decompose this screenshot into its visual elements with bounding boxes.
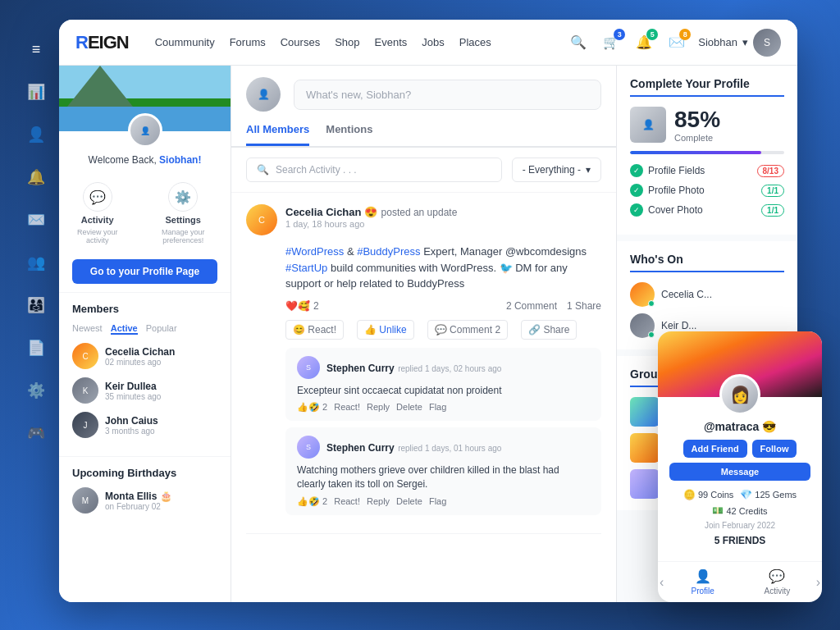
check-fields-label: ✓ Profile Fields: [630, 164, 705, 177]
post-author-avatar: C: [246, 204, 277, 235]
follow-button[interactable]: Follow: [752, 440, 797, 458]
search-placeholder: Search Activity . . .: [276, 164, 357, 176]
go-to-profile-button[interactable]: Go to your Profile Page: [72, 259, 217, 284]
nav-jobs[interactable]: Jobs: [422, 36, 444, 48]
reply-react-button[interactable]: React!: [334, 496, 360, 507]
sidebar-icon-family[interactable]: 👨‍👩‍👧: [23, 292, 49, 318]
online-name: Cecelia C...: [661, 289, 712, 300]
nav-shop[interactable]: Shop: [335, 36, 359, 48]
check-icon: ✓: [630, 184, 643, 197]
search-button[interactable]: 🔍: [567, 31, 590, 54]
post-meta: Cecelia Cichan 😍 posted an update 1 day,…: [285, 204, 601, 229]
nav-courses[interactable]: Courses: [281, 36, 320, 48]
sidebar-icon-chart2[interactable]: 📊: [23, 79, 49, 105]
complete-profile-title: Complete Your Profile: [630, 77, 784, 97]
members-tab-popular[interactable]: Popular: [146, 323, 177, 335]
settings-label: Settings: [165, 215, 200, 225]
sidebar-icon-settings[interactable]: ⚙️: [23, 377, 49, 404]
comment-button[interactable]: 💬 Comment 2: [427, 320, 508, 340]
nav-forums[interactable]: Forums: [230, 36, 266, 48]
activity-filter[interactable]: - Everything - ▾: [512, 158, 601, 182]
post-tag-startup[interactable]: #StartUp: [285, 262, 327, 274]
gems-value: 125 Gems: [755, 490, 797, 500]
profile-percentage-block: 85% Complete: [674, 107, 720, 143]
sidebar-icon-bell[interactable]: 🔔: [23, 164, 49, 190]
member-item[interactable]: C Cecelia Cichan 02 minutes ago: [72, 343, 217, 369]
post-stats: 2 Comment 1 Share: [506, 300, 601, 312]
members-tab-newest[interactable]: Newest: [72, 323, 103, 335]
reply-meta: Stephen Curry replied 1 days, 01 hours a…: [326, 440, 501, 454]
post-tag-buddypress[interactable]: #BuddyPress: [357, 245, 420, 258]
group-thumb: [630, 469, 660, 499]
online-indicator: [648, 331, 655, 338]
post-actions-bar: 😊 React! 👍 Unlike 💬 Comment 2 🔗 Share: [246, 320, 601, 340]
welcome-username: Siobhan!: [159, 154, 201, 166]
members-tab-active[interactable]: Active: [111, 323, 138, 335]
sidebar-icon-person[interactable]: 👤: [23, 121, 49, 148]
birthday-item: M Monta Ellis 🎂 on February 02: [72, 487, 217, 514]
reply-flag-button[interactable]: Flag: [429, 402, 446, 413]
nav-next-arrow[interactable]: ›: [815, 562, 822, 602]
user-menu[interactable]: Siobhan ▾ S: [698, 29, 781, 57]
settings-quick-action[interactable]: ⚙️ Settings Manage your preferences!: [145, 182, 221, 244]
sidebar-icon-game[interactable]: 🎮: [23, 420, 49, 446]
reply-reply-button[interactable]: Reply: [367, 496, 390, 507]
notifications-button[interactable]: 🔔 5: [632, 31, 655, 54]
activity-sublabel: Review your activity: [69, 228, 126, 244]
profile-complete-header: 👤 85% Complete: [630, 107, 784, 143]
whos-online-title: Who's On: [630, 253, 784, 272]
reply-flag-button[interactable]: Flag: [429, 496, 446, 507]
reply-delete-button[interactable]: Delete: [396, 496, 422, 507]
messages-button[interactable]: ✉️ 8: [665, 31, 688, 54]
left-sidebar: ≡ 📊 👤 🔔 ✉️ 👥 👨‍👩‍👧 📄 ⚙️ 🎮: [18, 36, 54, 446]
message-button[interactable]: Message: [669, 463, 810, 481]
reply-reply-button[interactable]: Reply: [367, 402, 390, 413]
profile-check-fields: ✓ Profile Fields 8/13: [630, 164, 784, 177]
settings-icon: ⚙️: [168, 182, 198, 212]
sidebar-icon-group[interactable]: 👥: [23, 249, 49, 276]
member-item[interactable]: J John Caius 3 months ago: [72, 412, 217, 438]
share-button[interactable]: 🔗 Share: [521, 320, 577, 340]
floating-nav-activity[interactable]: 💬 Activity: [740, 562, 815, 602]
add-friend-button[interactable]: Add Friend: [683, 440, 747, 458]
reply-item: S Stephen Curry replied 1 days, 01 hours…: [285, 427, 601, 515]
sidebar-icon-mail[interactable]: ✉️: [23, 207, 49, 233]
nav-events[interactable]: Events: [375, 36, 408, 48]
reply-meta: Stephen Curry replied 1 days, 02 hours a…: [326, 360, 501, 375]
birthday-date: on February 02: [105, 502, 172, 511]
react-button[interactable]: 😊 React!: [285, 320, 344, 340]
cart-button[interactable]: 🛒 3: [600, 31, 623, 54]
online-name: Keir D...: [661, 320, 696, 331]
post-tag-wordpress[interactable]: #WordPress: [285, 245, 344, 258]
nav-places[interactable]: Places: [459, 36, 491, 48]
profile-progress-track: [630, 151, 784, 154]
reply-text: Watching mothers grieve over children ki…: [297, 463, 590, 491]
activity-search[interactable]: 🔍 Search Activity . . .: [246, 158, 502, 182]
reply-text: Excepteur sint occaecat cupidatat non pr…: [297, 384, 590, 398]
profile-check-photo: ✓ Profile Photo 1/1: [630, 184, 784, 197]
nav-community[interactable]: Coummunity: [155, 36, 215, 48]
birthdays-title: Upcoming Birthdays: [72, 467, 217, 479]
reply-avatar: S: [297, 436, 320, 459]
settings-sublabel: Manage your preferences!: [145, 228, 221, 244]
post-input[interactable]: What's new, Siobhan?: [294, 80, 601, 110]
tab-mentions[interactable]: Mentions: [326, 123, 372, 146]
tab-all-members[interactable]: All Members: [246, 123, 309, 146]
activity-nav-icon: 💬: [769, 568, 785, 584]
member-name: John Caius: [105, 415, 217, 427]
join-date: Join February 2022: [669, 521, 810, 530]
activity-quick-action[interactable]: 💬 Activity Review your activity: [69, 182, 126, 244]
sidebar-icon-doc[interactable]: 📄: [23, 335, 49, 361]
profile-check-cover: ✓ Cover Photo 1/1: [630, 203, 784, 217]
reply-time: replied 1 days, 01 hours ago: [398, 444, 501, 453]
floating-nav-profile[interactable]: 👤 Profile: [665, 562, 740, 602]
search-icon: 🔍: [257, 164, 269, 176]
unlike-button[interactable]: 👍 Unlike: [357, 320, 414, 340]
navbar-avatar: S: [753, 29, 781, 57]
sidebar-icon-chart[interactable]: ≡: [23, 36, 49, 62]
reply-delete-button[interactable]: Delete: [396, 402, 422, 413]
reply-react-button[interactable]: React!: [334, 402, 360, 413]
notifications-badge: 5: [646, 29, 658, 40]
member-avatar: C: [72, 343, 98, 369]
member-item[interactable]: K Keir Dullea 35 minutes ago: [72, 377, 217, 404]
